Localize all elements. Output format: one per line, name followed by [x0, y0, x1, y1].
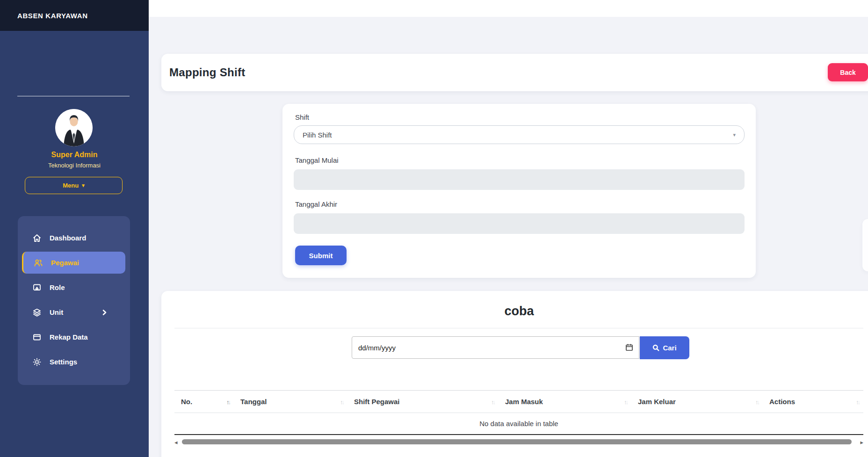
- column-header-label: Tanggal: [240, 398, 267, 406]
- cari-button-label: Cari: [663, 344, 676, 352]
- sort-icon: ↑↓: [755, 398, 760, 405]
- table-card: coba Cari No. ↑↓: [161, 291, 868, 457]
- chevron-right-icon: [101, 309, 108, 316]
- date-search-input[interactable]: [352, 336, 639, 359]
- page-title: Mapping Shift: [169, 66, 246, 79]
- profile-unit: Teknologi Informasi: [0, 162, 149, 169]
- home-icon: [32, 233, 42, 243]
- calendar-icon[interactable]: [625, 343, 633, 351]
- tanggal-akhir-input[interactable]: [294, 213, 745, 234]
- shift-select-value: Pilih Shift: [303, 131, 332, 139]
- tanggal-mulai-label: Tanggal Mulai: [295, 156, 339, 164]
- column-header-label: Jam Masuk: [505, 398, 543, 406]
- column-header-jam-keluar[interactable]: Jam Keluar ↑↓: [631, 391, 763, 413]
- column-header-label: Shift Pegawai: [354, 398, 400, 406]
- column-header-label: Jam Keluar: [638, 398, 676, 406]
- column-header-tanggal[interactable]: Tanggal ↑↓: [234, 391, 347, 413]
- profile-name: Super Admin: [0, 151, 149, 159]
- sidebar-item-label: Pegawai: [51, 259, 79, 267]
- search-row: Cari: [352, 336, 689, 359]
- scroll-left-arrow-icon[interactable]: ◂: [174, 438, 178, 446]
- cari-search-button[interactable]: Cari: [640, 336, 689, 359]
- users-icon: [34, 258, 43, 268]
- caret-down-icon: ▾: [82, 183, 85, 188]
- mapping-shift-form-card: Shift Pilih Shift ▾ Tanggal Mulai Tangga…: [282, 104, 756, 278]
- column-header-label: Actions: [769, 398, 795, 406]
- submit-button[interactable]: Submit: [295, 246, 347, 265]
- empty-row: No data available in table: [174, 413, 863, 435]
- sidebar-item-unit[interactable]: Unit: [18, 300, 130, 325]
- sidebar-item-label: Rekap Data: [50, 333, 88, 341]
- column-header-no[interactable]: No. ↑↓: [174, 391, 234, 413]
- menu-dropdown-button[interactable]: Menu ▾: [25, 177, 123, 194]
- menu-button-label: Menu: [63, 182, 79, 189]
- mapping-shift-table: No. ↑↓ Tanggal ↑↓ Shift Pegawai ↑↓ Jam M…: [174, 390, 863, 435]
- sidebar-item-rekap-data[interactable]: Rekap Data: [18, 325, 130, 349]
- sort-icon: ↑↓: [340, 398, 345, 405]
- sidebar-item-dashboard[interactable]: Dashboard: [18, 225, 130, 250]
- sidebar-divider: [17, 96, 130, 96]
- scroll-right-arrow-icon[interactable]: ▸: [860, 438, 863, 446]
- shift-label: Shift: [295, 113, 309, 121]
- sidebar-item-label: Dashboard: [50, 234, 86, 242]
- sidebar: ABSEN KARYAWAN Super Admin Teknologi Inf…: [0, 0, 149, 457]
- avatar: [55, 109, 93, 146]
- person-avatar-illustration: [55, 109, 93, 146]
- sidebar-item-label: Role: [50, 283, 65, 291]
- sidebar-item-label: Unit: [50, 308, 63, 316]
- caret-down-icon: ▾: [733, 132, 736, 138]
- search-icon: [652, 344, 659, 351]
- monitor-icon: [32, 283, 42, 292]
- sort-icon: ↑↓: [226, 398, 231, 405]
- layers-icon: [32, 308, 42, 317]
- offscreen-card-edge: [862, 219, 868, 271]
- back-button[interactable]: Back: [828, 63, 868, 81]
- column-header-jam-masuk[interactable]: Jam Masuk ↑↓: [499, 391, 631, 413]
- sidebar-item-label: Settings: [50, 358, 77, 366]
- top-navbar: [149, 0, 868, 17]
- sidebar-header: ABSEN KARYAWAN: [0, 0, 149, 31]
- table-card-title: coba: [161, 304, 868, 319]
- column-header-label: No.: [181, 398, 192, 406]
- sort-icon: ↑↓: [856, 398, 861, 405]
- scrollbar-thumb[interactable]: [182, 439, 852, 444]
- table-header-row: No. ↑↓ Tanggal ↑↓ Shift Pegawai ↑↓ Jam M…: [174, 391, 863, 413]
- empty-table-message: No data available in table: [174, 413, 863, 435]
- card-icon: [32, 333, 42, 342]
- sort-icon: ↑↓: [624, 398, 629, 405]
- app-brand: ABSEN KARYAWAN: [17, 12, 88, 20]
- title-divider: [174, 328, 863, 328]
- tanggal-mulai-input[interactable]: [294, 169, 745, 190]
- horizontal-scrollbar[interactable]: ◂ ▸: [174, 438, 863, 446]
- gear-icon: [32, 357, 42, 367]
- tanggal-akhir-label: Tanggal Akhir: [295, 200, 337, 208]
- sidebar-nav: Dashboard Pegawai Role Unit: [18, 216, 130, 385]
- sidebar-item-settings[interactable]: Settings: [18, 349, 130, 374]
- column-header-actions[interactable]: Actions ↑↓: [763, 391, 863, 413]
- sidebar-item-role[interactable]: Role: [18, 275, 130, 300]
- shift-select[interactable]: Pilih Shift ▾: [294, 125, 745, 144]
- sidebar-item-pegawai[interactable]: Pegawai: [22, 252, 125, 274]
- page-header-card: Mapping Shift Back: [161, 54, 868, 91]
- sort-icon: ↑↓: [491, 398, 496, 405]
- column-header-shift-pegawai[interactable]: Shift Pegawai ↑↓: [347, 391, 499, 413]
